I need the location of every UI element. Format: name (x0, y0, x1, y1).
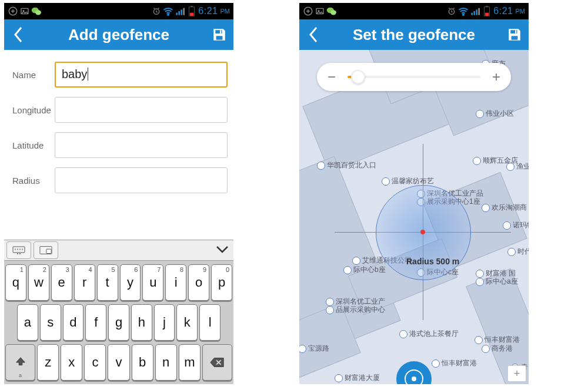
poi-marker-icon (476, 110, 484, 118)
svg-rect-13 (190, 13, 193, 16)
key-i[interactable]: i8 (165, 264, 186, 301)
map-poi: 宝源路 (299, 344, 329, 354)
poi-marker-icon (506, 163, 514, 171)
slider-thumb[interactable] (351, 70, 365, 84)
poi-marker-icon (382, 177, 390, 186)
radius-input[interactable] (55, 167, 228, 193)
svg-point-21 (17, 253, 18, 254)
key-f[interactable]: f (85, 304, 106, 341)
key-h[interactable]: h (131, 304, 152, 341)
name-value: baby (62, 68, 87, 80)
status-add-icon (8, 6, 18, 16)
latitude-input[interactable] (55, 132, 228, 158)
svg-rect-7 (176, 13, 178, 15)
save-button[interactable] (205, 19, 233, 50)
poi-marker-icon (343, 266, 352, 274)
key-c[interactable]: c (84, 344, 106, 381)
radius-increase-button[interactable]: + (485, 66, 507, 88)
page-title: Add geofence (32, 26, 205, 44)
longitude-input[interactable] (55, 97, 228, 123)
svg-rect-9 (181, 9, 183, 15)
name-input[interactable]: baby (55, 62, 228, 88)
poi-marker-icon (503, 221, 511, 230)
radius-slider[interactable] (348, 76, 480, 78)
status-image-icon (19, 6, 30, 16)
key-w[interactable]: w2 (28, 264, 49, 301)
radius-label: Radius (12, 176, 55, 186)
map-poi: 际中心a座 (476, 277, 518, 287)
page-title: Set the geofence (328, 26, 500, 44)
status-wifi-icon (163, 6, 173, 16)
svg-point-29 (330, 10, 336, 15)
save-button[interactable] (500, 19, 529, 50)
status-battery-icon (186, 6, 197, 16)
svg-point-6 (168, 14, 169, 15)
keyboard-collapse-icon[interactable] (215, 243, 230, 258)
map-poi: 诺玛特 (503, 220, 529, 230)
geofence-center-marker[interactable] (420, 230, 425, 234)
radius-label: Radius 500 m (406, 257, 459, 266)
key-v[interactable]: v (108, 344, 129, 381)
key-shift[interactable]: a (5, 344, 35, 381)
key-g[interactable]: g (108, 304, 129, 341)
key-e[interactable]: e3 (51, 264, 72, 301)
status-image-icon (315, 6, 325, 16)
svg-rect-34 (476, 9, 478, 15)
poi-marker-icon (399, 330, 407, 338)
svg-rect-16 (13, 247, 25, 253)
back-button[interactable] (299, 19, 328, 50)
longitude-label: Longitude (12, 105, 55, 115)
svg-point-42 (412, 376, 416, 381)
key-t[interactable]: t5 (97, 264, 118, 301)
name-label: Name (12, 70, 55, 80)
map-poi: 品展示采购中心 (326, 305, 385, 315)
status-time-period: PM (516, 8, 526, 15)
key-k[interactable]: k (176, 304, 198, 341)
key-x[interactable]: x (61, 344, 82, 381)
map-zoom-control: + (507, 365, 526, 382)
map-poi: 伟业小区 (476, 109, 514, 119)
key-y[interactable]: y6 (120, 264, 141, 301)
radius-decrease-button[interactable]: − (320, 66, 343, 88)
status-signal-icon (175, 6, 185, 16)
key-m[interactable]: m (179, 344, 201, 381)
keyboard-keys: q1w2e3r4t5y6u7i8o9p0 asdfghjkl a zxcvbnm (4, 261, 233, 384)
key-j[interactable]: j (154, 304, 175, 341)
key-l[interactable]: l (199, 304, 220, 341)
status-add-icon (303, 6, 313, 16)
svg-rect-32 (472, 13, 473, 15)
key-q[interactable]: q1 (5, 264, 26, 301)
key-n[interactable]: n (155, 344, 177, 381)
key-s[interactable]: s (40, 304, 61, 341)
keyboard-switch-icon[interactable] (6, 241, 31, 259)
keyboard-floating-icon[interactable] (34, 241, 58, 259)
poi-marker-icon (475, 336, 483, 344)
key-r[interactable]: r4 (74, 264, 95, 301)
key-z[interactable]: z (37, 344, 59, 381)
map-poi: 恒丰财富港 (432, 358, 477, 368)
map[interactable]: 伟业小区麻布顺辉五金店渔业村华凯百货北入口温馨家纺布艺深圳名优工业产品展示采购中… (299, 50, 529, 384)
status-time-period: PM (220, 8, 230, 15)
key-a[interactable]: a (17, 304, 38, 341)
key-p[interactable]: p0 (211, 264, 232, 301)
title-bar: Add geofence (4, 19, 233, 50)
keyboard: q1w2e3r4t5y6u7i8o9p0 asdfghjkl a zxcvbnm (4, 240, 233, 384)
radius-slider-panel: − + (317, 63, 511, 91)
key-o[interactable]: o9 (188, 264, 209, 301)
poi-marker-icon (432, 359, 440, 368)
zoom-in-button[interactable]: + (508, 366, 526, 381)
map-poi: 际中心b座 (343, 265, 386, 275)
status-wifi-icon (458, 6, 469, 16)
svg-rect-8 (179, 11, 181, 15)
status-bar: 6:21 PM (299, 3, 529, 19)
key-d[interactable]: d (63, 304, 84, 341)
svg-rect-35 (479, 8, 480, 15)
back-button[interactable] (4, 19, 32, 50)
map-poi: 渔业村 (506, 162, 529, 172)
map-poi: 财富港大厦 (335, 373, 380, 383)
key-b[interactable]: b (132, 344, 153, 381)
key-backspace[interactable] (202, 344, 232, 381)
key-u[interactable]: u7 (142, 264, 163, 301)
status-wechat-icon (31, 6, 42, 16)
geofence-form: Name baby Longitude Latitude Radius (4, 50, 233, 198)
